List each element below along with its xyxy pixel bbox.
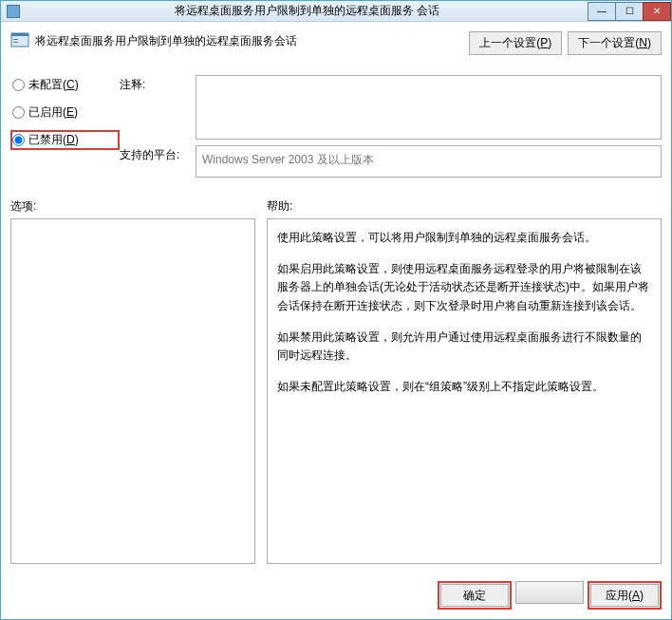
cancel-button[interactable]: 取消 [515, 581, 584, 604]
config-row: 未配置(C) 已启用(E) 已禁用(D) 注释: 支持的平台: Windows … [10, 75, 662, 178]
titlebar[interactable]: 将远程桌面服务用户限制到单独的远程桌面服务 会话 — ☐ ✕ [1, 1, 671, 22]
minimize-button[interactable]: — [588, 2, 616, 21]
nav-buttons: 上一个设置(P) 下一个设置(N) [469, 31, 662, 55]
svg-rect-1 [11, 33, 28, 36]
cancel-wrap: 取消 [515, 581, 584, 610]
radio-disabled-input[interactable] [12, 134, 25, 146]
radio-enabled[interactable]: 已启用(E) [10, 103, 120, 122]
svg-rect-2 [13, 39, 18, 40]
state-radio-group: 未配置(C) 已启用(E) 已禁用(D) [10, 75, 120, 158]
comment-label: 注释: [120, 77, 196, 147]
apply-highlight: 应用(A) [588, 581, 662, 610]
section-labels: 选项: 帮助: [10, 198, 662, 215]
help-pane[interactable]: 使用此策略设置，可以将用户限制到单独的远程桌面服务会话。 如果启用此策略设置，则… [267, 218, 662, 564]
radio-not-configured-input[interactable] [12, 79, 25, 91]
supported-platform-box[interactable]: Windows Server 2003 及以上版本 [196, 145, 662, 178]
radio-disabled-label: 已禁用(D) [28, 132, 79, 148]
radio-not-configured[interactable]: 未配置(C) [10, 75, 120, 95]
help-paragraph: 使用此策略设置，可以将用户限制到单独的远程桌面服务会话。 [277, 229, 651, 247]
maximize-button[interactable]: ☐ [615, 2, 644, 21]
help-paragraph: 如果未配置此策略设置，则在“组策略”级别上不指定此策略设置。 [277, 378, 651, 396]
help-paragraph: 如果启用此策略设置，则使用远程桌面服务远程登录的用户将被限制在该服务器上的单独会… [277, 260, 651, 315]
radio-not-configured-label: 未配置(C) [28, 77, 79, 93]
platform-label: 支持的平台: [120, 147, 196, 163]
window-title: 将远程桌面服务用户限制到单独的远程桌面服务 会话 [26, 3, 588, 19]
field-inputs: Windows Server 2003 及以上版本 [196, 75, 662, 178]
radio-enabled-input[interactable] [12, 106, 25, 119]
app-icon [7, 5, 20, 18]
options-pane[interactable] [10, 218, 255, 564]
help-paragraph: 如果禁用此策略设置，则允许用户通过使用远程桌面服务进行不限数量的同时远程连接。 [277, 329, 651, 365]
previous-setting-button[interactable]: 上一个设置(P) [469, 31, 562, 55]
content-area: 将远程桌面服务用户限制到单独的远程桌面服务会话 上一个设置(P) 下一个设置(N… [1, 22, 671, 573]
ok-button[interactable]: 确定 [440, 584, 509, 607]
comment-textarea[interactable] [196, 75, 662, 140]
policy-icon [10, 31, 29, 48]
close-button[interactable]: ✕ [643, 2, 671, 21]
radio-enabled-label: 已启用(E) [28, 104, 78, 121]
window-controls: — ☐ ✕ [588, 2, 671, 21]
field-labels: 注释: 支持的平台: [120, 75, 196, 163]
apply-button[interactable]: 应用(A) [590, 584, 659, 607]
help-label: 帮助: [267, 198, 292, 215]
panes: 使用此策略设置，可以将用户限制到单独的远程桌面服务会话。 如果启用此策略设置，则… [10, 218, 662, 564]
supported-platform-text: Windows Server 2003 及以上版本 [202, 153, 374, 166]
ok-highlight: 确定 [438, 581, 512, 610]
options-label: 选项: [10, 198, 267, 215]
radio-disabled[interactable]: 已禁用(D) [10, 130, 120, 150]
next-setting-button[interactable]: 下一个设置(N) [568, 31, 662, 55]
svg-rect-3 [13, 42, 18, 43]
header-row: 将远程桌面服务用户限制到单独的远程桌面服务会话 上一个设置(P) 下一个设置(N… [10, 29, 662, 69]
policy-dialog-window: 将远程桌面服务用户限制到单独的远程桌面服务 会话 — ☐ ✕ 将远程桌面服务用户… [0, 0, 672, 620]
dialog-footer: 确定 取消 应用(A) [1, 573, 671, 619]
policy-title: 将远程桌面服务用户限制到单独的远程桌面服务会话 [35, 29, 469, 49]
